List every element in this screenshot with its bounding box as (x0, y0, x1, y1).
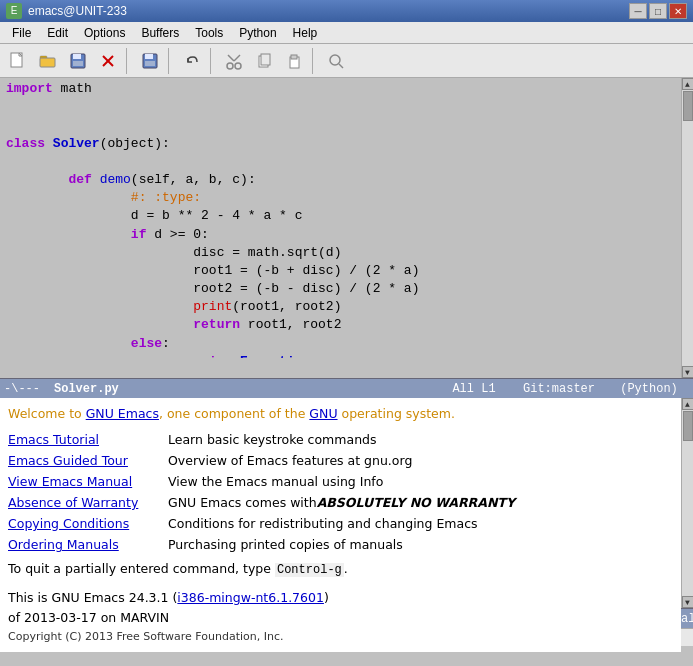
version-info: This is GNU Emacs 24.3.1 (i386-mingw-nt6… (8, 588, 673, 646)
welcome-text-after: operating system. (338, 406, 455, 421)
code-editor[interactable]: import math class Solver(object): def de… (0, 78, 681, 358)
welcome-links: Emacs Tutorial Learn basic keystroke com… (8, 430, 673, 555)
scroll-down-arrow[interactable]: ▼ (682, 366, 694, 378)
welcome-text-before: Welcome to (8, 406, 86, 421)
toolbar-sep-4 (312, 48, 318, 74)
copying-item: Copying Conditions Conditions for redist… (8, 514, 673, 534)
minimize-button[interactable]: ─ (629, 3, 647, 19)
welcome-intro: Welcome to GNU Emacs, one component of t… (8, 404, 673, 424)
svg-rect-4 (40, 58, 55, 67)
editor-status-dash: -\--- (4, 382, 54, 396)
warranty-desc-before: GNU Emacs comes with (168, 493, 317, 513)
editor-area: import math class Solver(object): def de… (0, 78, 693, 378)
cut-button[interactable] (220, 48, 248, 74)
welcome-scroll-thumb[interactable] (683, 411, 693, 441)
menu-buffers[interactable]: Buffers (133, 24, 187, 42)
copyright: Copyright (C) 2013 Free Software Foundat… (8, 628, 673, 646)
tutorial-link[interactable]: Emacs Tutorial (8, 430, 168, 450)
version-text-2: ) (324, 590, 329, 605)
copying-desc: Conditions for redistributing and changi… (168, 514, 478, 534)
close-button-tool[interactable] (94, 48, 122, 74)
menu-edit[interactable]: Edit (39, 24, 76, 42)
menu-file[interactable]: File (4, 24, 39, 42)
raise-keyword: raise (193, 354, 232, 358)
welcome-content: Welcome to GNU Emacs, one component of t… (0, 398, 681, 608)
gnu-link[interactable]: GNU (309, 406, 337, 421)
welcome-scroll-up[interactable]: ▲ (682, 398, 694, 410)
scroll-thumb[interactable] (683, 91, 693, 121)
svg-rect-12 (145, 61, 155, 66)
editor-scrollbar[interactable]: ▲ ▼ (681, 78, 693, 378)
guided-tour-item: Emacs Guided Tour Overview of Emacs feat… (8, 451, 673, 471)
svg-point-14 (235, 63, 241, 69)
version-link[interactable]: i386-mingw-nt6.1.7601 (177, 590, 324, 605)
menu-options[interactable]: Options (76, 24, 133, 42)
editor-status-branch: Git:master (509, 382, 609, 396)
ordering-item: Ordering Manuals Purchasing printed copi… (8, 535, 673, 555)
undo-button[interactable] (178, 48, 206, 74)
open-file-button[interactable] (34, 48, 62, 74)
quit-instruction: To quit a partially entered command, typ… (8, 559, 673, 580)
import-keyword: import (6, 81, 53, 96)
warranty-bold: ABSOLUTELY NO WARRANTY (317, 493, 515, 513)
ordering-desc: Purchasing printed copies of manuals (168, 535, 403, 555)
toolbar-sep-3 (210, 48, 216, 74)
paste-button[interactable] (280, 48, 308, 74)
menu-tools[interactable]: Tools (187, 24, 231, 42)
svg-rect-6 (73, 54, 81, 59)
svg-rect-11 (145, 54, 153, 59)
welcome-pane: Welcome to GNU Emacs, one component of t… (0, 398, 681, 652)
guided-tour-link[interactable]: Emacs Guided Tour (8, 451, 168, 471)
maximize-button[interactable]: □ (649, 3, 667, 19)
copy-button[interactable] (250, 48, 278, 74)
welcome-area: Welcome to GNU Emacs, one component of t… (0, 398, 693, 608)
editor-status-pos: All L1 (439, 382, 509, 396)
method-name: demo (100, 172, 131, 187)
gnu-emacs-link[interactable]: GNU Emacs (86, 406, 159, 421)
version-text-1: This is GNU Emacs 24.3.1 ( (8, 590, 177, 605)
view-manual-item: View Emacs Manual View the Emacs manual … (8, 472, 673, 492)
copying-link[interactable]: Copying Conditions (8, 514, 168, 534)
of-line: of 2013-03-17 on MARVIN (8, 608, 673, 628)
svg-rect-7 (73, 61, 83, 66)
menu-python[interactable]: Python (231, 24, 284, 42)
close-button[interactable]: ✕ (669, 3, 687, 19)
editor-status-filename: Solver.py (54, 382, 439, 396)
quit-dot: . (344, 561, 348, 576)
guided-tour-desc: Overview of Emacs features at gnu.org (168, 451, 412, 471)
save-copy-button[interactable] (136, 48, 164, 74)
print-call: print (193, 299, 232, 314)
search-button[interactable] (322, 48, 350, 74)
class-keyword: class (6, 136, 45, 151)
toolbar (0, 44, 693, 78)
return-keyword: return (193, 317, 240, 332)
editor-status-bar: -\--- Solver.py All L1 Git:master (Pytho… (0, 378, 693, 398)
ordering-link[interactable]: Ordering Manuals (8, 535, 168, 555)
scroll-track[interactable] (682, 90, 693, 366)
welcome-scroll-track[interactable] (682, 410, 693, 596)
svg-rect-0 (11, 53, 22, 67)
welcome-text-mid: , one component of the (159, 406, 309, 421)
class-name: Solver (53, 136, 100, 151)
editor-content[interactable]: import math class Solver(object): def de… (0, 78, 681, 378)
else-keyword: else (131, 336, 162, 351)
menu-help[interactable]: Help (285, 24, 326, 42)
def-keyword: def (68, 172, 91, 187)
warranty-link[interactable]: Absence of Warranty (8, 493, 168, 513)
new-file-button[interactable] (4, 48, 32, 74)
welcome-scrollbar[interactable]: ▲ ▼ (681, 398, 693, 608)
welcome-scroll-down[interactable]: ▼ (682, 596, 694, 608)
save-button[interactable] (64, 48, 92, 74)
warranty-item: Absence of Warranty GNU Emacs comes with… (8, 493, 673, 513)
scroll-up-arrow[interactable]: ▲ (682, 78, 694, 90)
version-line: This is GNU Emacs 24.3.1 (i386-mingw-nt6… (8, 588, 673, 608)
svg-rect-20 (291, 55, 297, 59)
toolbar-sep-2 (168, 48, 174, 74)
exception-class: Exception (240, 354, 310, 358)
editor-status-mode: (Python) (609, 382, 689, 396)
view-manual-link[interactable]: View Emacs Manual (8, 472, 168, 492)
svg-line-15 (228, 55, 234, 61)
title-bar: E emacs@UNIT-233 ─ □ ✕ (0, 0, 693, 22)
view-manual-desc: View the Emacs manual using Info (168, 472, 383, 492)
window-title: emacs@UNIT-233 (28, 4, 629, 18)
